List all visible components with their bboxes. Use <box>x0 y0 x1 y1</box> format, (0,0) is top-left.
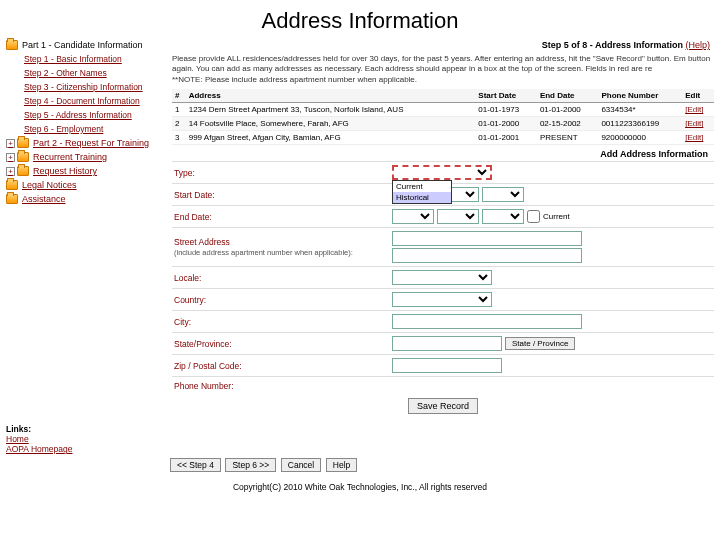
cell-phone: 0011223366199 <box>598 117 682 131</box>
nav-recurrent[interactable]: + Recurrent Training <box>6 150 164 164</box>
cell-end: 02-15-2002 <box>537 117 599 131</box>
save-record-button[interactable]: Save Record <box>408 398 478 414</box>
street-sub: (include address apartment number when a… <box>174 248 353 257</box>
end-day[interactable] <box>437 209 479 224</box>
folder-icon <box>17 152 29 162</box>
cell-end: 01-01-2000 <box>537 103 599 117</box>
copyright: Copyright(C) 2010 White Oak Technologies… <box>0 472 720 492</box>
folder-icon <box>6 40 18 50</box>
label-city: City: <box>172 317 392 327</box>
cell-addr: 1234 Dern Street Apartment 33, Tuscon, N… <box>186 103 476 117</box>
links-section: Links: Home AOPA Homepage <box>0 418 720 454</box>
edit-link[interactable]: [Edit] <box>685 105 703 114</box>
opt-current[interactable]: Current <box>393 181 451 192</box>
cell-num: 3 <box>172 131 186 145</box>
cell-phone: 6334534* <box>598 103 682 117</box>
nav-part2[interactable]: + Part 2 - Request For Training <box>6 136 164 150</box>
links-hdr: Links: <box>6 424 720 434</box>
th-addr: Address <box>186 89 476 103</box>
history-label: Request History <box>33 166 97 176</box>
folder-icon <box>6 194 18 204</box>
expand-icon[interactable]: + <box>6 139 15 148</box>
state-province-button[interactable]: State / Province <box>505 337 575 350</box>
cell-end: PRESENT <box>537 131 599 145</box>
nav-part1: Part 1 - Candidate Information <box>6 38 164 52</box>
sidebar: Part 1 - Candidate Information Step 1 - … <box>6 38 164 418</box>
table-row: 3999 Afgan Street, Afgan City, Bamian, A… <box>172 131 714 145</box>
label-type: Type: <box>172 168 392 178</box>
home-link[interactable]: Home <box>6 434 720 444</box>
label-end: End Date: <box>172 212 392 222</box>
street-input-1[interactable] <box>392 231 582 246</box>
country-select[interactable] <box>392 292 492 307</box>
aopa-link[interactable]: AOPA Homepage <box>6 444 720 454</box>
nav-step-4[interactable]: Step 4 - Document Information <box>6 94 164 108</box>
street-text: Street Address <box>174 237 230 247</box>
content-area: Step 5 of 8 - Address Information (Help)… <box>164 38 714 418</box>
end-year[interactable] <box>482 209 524 224</box>
label-country: Country: <box>172 295 392 305</box>
assistance-label: Assistance <box>22 194 66 204</box>
edit-link[interactable]: [Edit] <box>685 133 703 142</box>
type-dropdown-open[interactable]: Current Historical <box>392 180 452 204</box>
label-street: Street Address (include address apartmen… <box>172 237 392 257</box>
bottom-nav: << Step 4 Step 6 >> Cancel Help <box>0 454 720 472</box>
current-checkbox[interactable] <box>527 210 540 223</box>
cell-addr: 999 Afgan Street, Afgan City, Bamian, AF… <box>186 131 476 145</box>
end-month[interactable] <box>392 209 434 224</box>
th-num: # <box>172 89 186 103</box>
step-text: Step 5 of 8 - Address Information <box>542 40 683 50</box>
section-title: Add Address Information <box>172 145 714 161</box>
type-select[interactable] <box>392 165 492 180</box>
cell-start: 01-01-1973 <box>475 103 537 117</box>
locale-select[interactable] <box>392 270 492 285</box>
expand-icon[interactable]: + <box>6 153 15 162</box>
cell-num: 1 <box>172 103 186 117</box>
help-link[interactable]: (Help) <box>685 40 710 50</box>
th-start: Start Date <box>475 89 537 103</box>
label-phone: Phone Number: <box>172 381 392 391</box>
nav-step-2[interactable]: Step 2 - Other Names <box>6 66 164 80</box>
current-chk-label: Current <box>543 212 570 221</box>
zip-input[interactable] <box>392 358 502 373</box>
state-input[interactable] <box>392 336 502 351</box>
nav-legal[interactable]: Legal Notices <box>6 178 164 192</box>
help-button[interactable]: Help <box>326 458 357 472</box>
table-row: 11234 Dern Street Apartment 33, Tuscon, … <box>172 103 714 117</box>
recurrent-label: Recurrent Training <box>33 152 107 162</box>
cell-phone: 9200000000 <box>598 131 682 145</box>
folder-icon <box>17 138 29 148</box>
instruction-p1: Please provide ALL residences/addresses … <box>172 54 714 75</box>
nav-step-5[interactable]: Step 5 - Address Information <box>6 108 164 122</box>
th-edit: Edit <box>682 89 714 103</box>
step-header: Step 5 of 8 - Address Information (Help) <box>172 38 714 52</box>
prev-step-button[interactable]: << Step 4 <box>170 458 221 472</box>
cancel-button[interactable]: Cancel <box>281 458 321 472</box>
opt-historical[interactable]: Historical <box>393 192 451 203</box>
expand-icon[interactable]: + <box>6 167 15 176</box>
nav-history[interactable]: + Request History <box>6 164 164 178</box>
next-step-button[interactable]: Step 6 >> <box>225 458 276 472</box>
street-input-2[interactable] <box>392 248 582 263</box>
address-table: # Address Start Date End Date Phone Numb… <box>172 89 714 145</box>
label-locale: Locale: <box>172 273 392 283</box>
page-title: Address Information <box>0 0 720 38</box>
label-state: State/Province: <box>172 339 392 349</box>
nav-assistance[interactable]: Assistance <box>6 192 164 206</box>
label-start: Start Date: <box>172 190 392 200</box>
part2-label: Part 2 - Request For Training <box>33 138 149 148</box>
nav-step-6[interactable]: Step 6 - Employment <box>6 122 164 136</box>
legal-label: Legal Notices <box>22 180 77 190</box>
cell-start: 01-01-2000 <box>475 117 537 131</box>
table-row: 214 Footsville Place, Somewhere, Farah, … <box>172 117 714 131</box>
nav-step-3[interactable]: Step 3 - Citizenship Information <box>6 80 164 94</box>
nav-step-1[interactable]: Step 1 - Basic Information <box>6 52 164 66</box>
edit-link[interactable]: [Edit] <box>685 119 703 128</box>
cell-num: 2 <box>172 117 186 131</box>
part1-label: Part 1 - Candidate Information <box>22 40 143 50</box>
label-zip: Zip / Postal Code: <box>172 361 392 371</box>
city-input[interactable] <box>392 314 582 329</box>
folder-icon <box>17 166 29 176</box>
instruction-p2: **NOTE: Please include address apartment… <box>172 75 714 85</box>
start-year[interactable] <box>482 187 524 202</box>
